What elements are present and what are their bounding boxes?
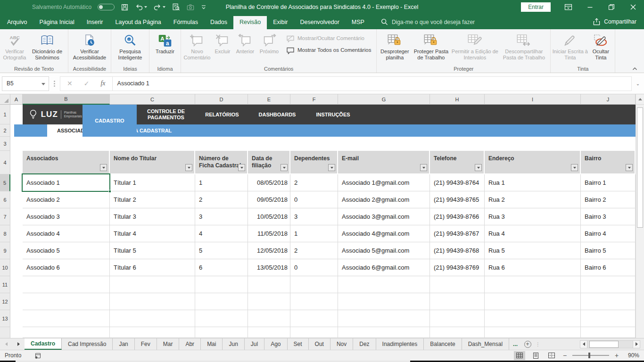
restore-button[interactable] (601, 0, 622, 14)
zoom-slider[interactable] (572, 355, 609, 356)
row-header-3[interactable]: 3 (0, 137, 10, 151)
ribbon-button[interactable]: Dicionário de Sinônimos (28, 30, 66, 65)
row-header-6[interactable]: 6 (0, 191, 10, 208)
filter-dropdown-icon[interactable] (238, 164, 245, 171)
sheet-tab-out[interactable]: Out (309, 338, 330, 350)
row-header-13[interactable]: 13 (0, 310, 10, 327)
share-button[interactable]: Compartilhar (593, 18, 644, 29)
table-cell[interactable]: 5 (195, 242, 248, 259)
redo-dropdown-arrow[interactable] (163, 6, 165, 8)
empty-cell[interactable] (581, 327, 636, 338)
table-header-cell[interactable]: Número de Ficha Cadastral (195, 151, 248, 174)
table-cell[interactable]: Bairro 3 (581, 208, 636, 225)
empty-cell[interactable] (248, 310, 290, 327)
table-cell[interactable]: Títular 6 (110, 259, 195, 276)
empty-cell[interactable] (338, 310, 430, 327)
name-box[interactable]: B5 (2, 76, 49, 91)
sheet-tab-ago[interactable]: Ago (264, 338, 287, 350)
table-cell[interactable]: 6 (195, 259, 248, 276)
hscroll-right-icon[interactable] (633, 340, 640, 348)
column-header-C[interactable]: C (110, 94, 195, 105)
empty-cell[interactable] (248, 293, 290, 310)
empty-cell[interactable] (110, 310, 195, 327)
ribbon-tab-layout-da-p-gina[interactable]: Layout da Página (109, 16, 167, 29)
empty-cell[interactable] (338, 327, 430, 338)
empty-cell[interactable] (290, 293, 338, 310)
sheet-tab-cadastro[interactable]: Cadastro (25, 338, 62, 350)
select-all-corner[interactable] (0, 94, 10, 105)
filter-dropdown-icon[interactable] (626, 164, 633, 171)
table-cell[interactable]: 2 (290, 242, 338, 259)
filter-dropdown-icon[interactable] (185, 164, 192, 171)
table-cell[interactable]: Bairro 6 (581, 259, 636, 276)
ribbon-tab-msp[interactable]: MSP (346, 16, 371, 29)
table-cell[interactable]: 3 (195, 208, 248, 225)
empty-cell[interactable] (290, 310, 338, 327)
sheet-tab-jan[interactable]: Jan (113, 338, 134, 350)
table-cell[interactable]: 3 (290, 208, 338, 225)
table-cell[interactable]: Associado 6 (23, 259, 110, 276)
ribbon-tab-f-rmulas[interactable]: Fórmulas (167, 16, 204, 29)
empty-cell[interactable] (485, 327, 581, 338)
ribbon-button[interactable]: iPesquisa Inteligente (113, 30, 148, 65)
zoom-out-button[interactable]: − (562, 352, 568, 359)
table-header-cell[interactable]: Data de filiação (248, 151, 290, 174)
empty-cell[interactable] (338, 293, 430, 310)
empty-cell[interactable] (23, 327, 110, 338)
table-cell[interactable]: Títular 4 (110, 225, 195, 242)
empty-cell[interactable] (485, 310, 581, 327)
empty-cell[interactable] (581, 276, 636, 293)
empty-cell[interactable] (248, 327, 290, 338)
ribbon-button[interactable]: Verificar Acessibilidade (70, 30, 109, 65)
formula-input[interactable]: Associado 1 (113, 76, 632, 91)
table-cell[interactable]: 12/05/2018 (248, 242, 290, 259)
table-cell[interactable]: Associado 4 (23, 225, 110, 242)
ribbon-button[interactable]: Desproteger planilha (378, 30, 411, 65)
zoom-in-button[interactable]: + (614, 352, 619, 359)
table-cell[interactable]: Títular 3 (110, 208, 195, 225)
ribbon-tab-revis-o[interactable]: Revisão (233, 16, 267, 29)
table-cell[interactable]: Bairro 2 (581, 191, 636, 208)
column-header-G[interactable]: G (338, 94, 430, 105)
table-cell[interactable]: (21) 99439-8769 (430, 259, 485, 276)
sheet-tab-dash-mensal[interactable]: Dash_Mensal (462, 338, 509, 350)
ribbon-button[interactable]: AaTraduzir (151, 30, 179, 65)
vscroll-up-icon[interactable] (636, 94, 644, 105)
table-header-cell[interactable]: Telefone (430, 151, 485, 174)
filter-dropdown-icon[interactable] (328, 164, 335, 171)
row-header-7[interactable]: 7 (0, 208, 10, 225)
banner-tab-dashboards[interactable]: DASHBOARDS (249, 105, 305, 124)
empty-cell[interactable] (430, 293, 485, 310)
column-header-A[interactable]: A (10, 94, 23, 105)
table-cell[interactable]: (21) 99439-8766 (430, 208, 485, 225)
macro-record-icon[interactable] (34, 353, 41, 359)
sheet-tab-mai[interactable]: Mai (201, 338, 223, 350)
empty-cell[interactable] (485, 276, 581, 293)
table-cell[interactable]: Rua 6 (485, 259, 581, 276)
sheet-tab-jul[interactable]: Jul (245, 338, 264, 350)
table-cell[interactable]: Rua 3 (485, 208, 581, 225)
empty-cell[interactable] (110, 276, 195, 293)
banner-tab-controle-de-pagamentos[interactable]: CONTROLE DE PAGAMENTOS (137, 105, 195, 124)
table-cell[interactable]: Bairro 4 (581, 225, 636, 242)
ribbon-tab-dados[interactable]: Dados (204, 16, 233, 29)
table-cell[interactable]: 11/05/2018 (248, 225, 290, 242)
table-header-cell[interactable]: Dependentes (290, 151, 338, 174)
table-cell[interactable]: Associado 2@gmail.com (338, 191, 430, 208)
table-cell[interactable]: 2 (195, 191, 248, 208)
collapse-ribbon-icon[interactable] (632, 67, 637, 71)
row-header-2[interactable]: 2 (0, 124, 10, 137)
filter-dropdown-icon[interactable] (100, 164, 107, 171)
table-cell[interactable]: Rua 5 (485, 242, 581, 259)
empty-cell[interactable] (581, 293, 636, 310)
formula-bar-grip[interactable] (54, 81, 55, 87)
sheet-tab-fev[interactable]: Fev (135, 338, 157, 350)
save-icon[interactable] (121, 3, 129, 11)
table-cell[interactable]: (21) 99439-8765 (430, 191, 485, 208)
page-break-view-icon[interactable] (546, 351, 557, 360)
ribbon-display-options-icon[interactable] (557, 0, 579, 14)
autosave-toggle[interactable] (98, 4, 115, 10)
table-cell[interactable]: Bairro 1 (581, 174, 636, 191)
table-cell[interactable]: Rua 4 (485, 225, 581, 242)
undo-icon[interactable] (135, 3, 147, 11)
